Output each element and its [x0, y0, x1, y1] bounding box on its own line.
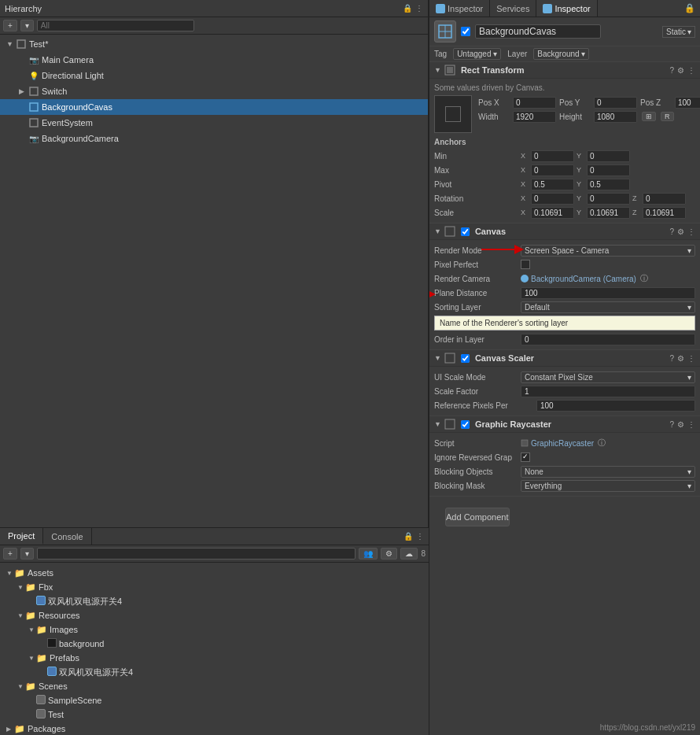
tab-project[interactable]: Project	[0, 528, 43, 545]
blueprint-btn[interactable]: ⊞	[642, 112, 656, 121]
blocking-objects-dropdown[interactable]: None ▾	[521, 466, 695, 478]
graphic-raycaster-header[interactable]: ▼ Graphic Raycaster ? ⚙ ⋮	[429, 416, 700, 433]
pixel-perfect-checkbox[interactable]	[521, 260, 530, 269]
gr-enabled[interactable]	[461, 420, 470, 429]
hierarchy-title: Hierarchy	[5, 4, 42, 13]
rot-y-input[interactable]	[587, 193, 630, 205]
hierarchy-search-input[interactable]	[37, 20, 194, 31]
project-search-input[interactable]	[37, 548, 356, 560]
plane-distance-input[interactable]	[521, 287, 695, 299]
hierarchy-item-test[interactable]: ▼Test*	[0, 36, 428, 52]
project-item-images[interactable]: ▼📁Images	[3, 622, 426, 637]
canvas-overflow-icon[interactable]: ⋮	[687, 227, 695, 236]
settings-icon[interactable]: ⚙	[677, 66, 684, 75]
project-item-fan-switch[interactable]: 双风机双电源开关4	[3, 594, 426, 608]
project-item-fbx[interactable]: ▼📁Fbx	[3, 580, 426, 594]
canvas-header[interactable]: ▼ Canvas ? ⚙ ⋮	[429, 223, 700, 240]
pos-x-input[interactable]	[513, 97, 556, 109]
tag-dropdown[interactable]: Untagged ▾	[453, 48, 501, 60]
tab-inspector2[interactable]: Inspector	[536, 0, 597, 17]
pos-y-input[interactable]	[594, 97, 637, 109]
pivot-x-input[interactable]	[531, 179, 574, 190]
overflow-icon[interactable]: ⋮	[687, 66, 695, 75]
scale-y-input[interactable]	[587, 207, 630, 219]
tree-label-main-camera: Main Camera	[42, 55, 94, 65]
project-item-scenes[interactable]: ▼📁Scenes	[3, 679, 426, 693]
hierarchy-item-background-cavas[interactable]: BackgroundCavas	[0, 99, 428, 115]
inspector-lock-icon[interactable]: 🔒	[680, 3, 700, 13]
ignore-reversed-checkbox[interactable]	[521, 452, 530, 462]
order-in-layer-input[interactable]	[521, 334, 695, 345]
object-name-input[interactable]	[475, 24, 601, 39]
cs-help-icon[interactable]: ?	[669, 354, 674, 363]
project-item-test-scene[interactable]: Test	[3, 707, 426, 722]
camera-info-btn[interactable]: ⓘ	[640, 273, 648, 284]
canvas-scaler-enabled[interactable]	[461, 354, 470, 363]
anchor-max-x-input[interactable]	[531, 164, 574, 176]
canvas-enabled-checkbox[interactable]	[461, 227, 470, 236]
project-item-packages[interactable]: ▶📁Packages	[3, 722, 426, 735]
add-component-button[interactable]: Add Component	[445, 508, 510, 526]
project-cloud-btn[interactable]: ☁	[400, 548, 418, 560]
project-item-assets[interactable]: ▼📁Assets	[3, 566, 426, 580]
hierarchy-item-directional-light[interactable]: 💡Directional Light	[0, 68, 428, 83]
gr-script-info[interactable]: ⓘ	[598, 438, 606, 449]
object-enabled-checkbox[interactable]	[461, 27, 470, 36]
hierarchy-item-background-camera[interactable]: 📷BackgroundCamera	[0, 131, 428, 146]
project-toolbar: + ▾ 👥 ⚙ ☁ 8	[0, 545, 429, 563]
ui-scale-mode-dropdown[interactable]: Constant Pixel Size ▾	[521, 371, 695, 383]
sorting-layer-dropdown[interactable]: Default ▾	[521, 301, 695, 313]
project-collab-btn[interactable]: 👥	[359, 548, 378, 560]
hierarchy-add-button[interactable]: +	[3, 20, 17, 31]
canvas-scaler-header[interactable]: ▼ Canvas Scaler ? ⚙ ⋮	[429, 350, 700, 367]
proj-arrow-scenes: ▼	[17, 683, 25, 690]
project-item-background[interactable]: background	[3, 637, 426, 651]
scale-x-input[interactable]	[531, 207, 574, 219]
pos-z-input[interactable]	[675, 97, 700, 109]
tab-console[interactable]: Console	[43, 528, 91, 545]
project-item-prefabs[interactable]: ▼📁Prefabs	[3, 651, 426, 665]
height-input[interactable]	[594, 111, 637, 123]
project-filter-btn[interactable]: ⚙	[381, 548, 397, 560]
gr-help-icon[interactable]: ?	[669, 420, 674, 429]
gr-overflow-icon[interactable]: ⋮	[687, 420, 695, 429]
canvas-help-icon[interactable]: ?	[669, 227, 674, 236]
project-tab-label: Project	[8, 531, 35, 541]
rot-z-input[interactable]	[643, 193, 686, 205]
hierarchy-item-switch[interactable]: ▶Switch	[0, 83, 428, 99]
cs-settings-icon[interactable]: ⚙	[677, 354, 684, 363]
rot-x-input[interactable]	[531, 193, 574, 205]
r-btn[interactable]: R	[661, 112, 674, 121]
static-dropdown-arrow[interactable]: ▾	[687, 28, 691, 36]
project-add-button[interactable]: +	[3, 548, 17, 560]
services-label: Services	[496, 4, 529, 13]
project-item-sample-scene[interactable]: SampleScene	[3, 693, 426, 707]
proj-icon-resources: 📁	[25, 611, 39, 621]
project-item-resources[interactable]: ▼📁Resources	[3, 608, 426, 622]
project-item-fan-switch2[interactable]: 双风机双电源开关4	[3, 665, 426, 679]
anchor-max-y-input[interactable]	[587, 164, 630, 176]
tree-icon-background-camera: 📷	[28, 133, 39, 144]
tab-services[interactable]: Services	[490, 0, 536, 17]
scale-factor-input[interactable]	[521, 386, 695, 397]
project-dropdown-button[interactable]: ▾	[20, 548, 34, 560]
hierarchy-item-main-camera[interactable]: 📷Main Camera	[0, 52, 428, 68]
scale-z-input[interactable]	[643, 207, 686, 219]
render-mode-dropdown[interactable]: Screen Space - Camera ▾	[521, 245, 695, 257]
hierarchy-dropdown-button[interactable]: ▾	[20, 20, 34, 31]
layer-dropdown[interactable]: Background ▾	[533, 48, 589, 60]
gr-settings-icon[interactable]: ⚙	[677, 420, 684, 429]
width-input[interactable]	[513, 111, 556, 123]
anchor-min-x-input[interactable]	[531, 150, 574, 162]
pivot-y-input[interactable]	[587, 179, 630, 190]
cs-overflow-icon[interactable]: ⋮	[687, 354, 695, 363]
canvas-settings-icon[interactable]: ⚙	[677, 227, 684, 236]
ref-pixels-input[interactable]	[536, 400, 695, 412]
anchor-min-y-input[interactable]	[587, 150, 630, 162]
rect-transform-header[interactable]: ▼ Rect Transform ? ⚙ ⋮	[429, 62, 700, 79]
tab-inspector1[interactable]: Inspector	[429, 0, 490, 17]
static-badge[interactable]: Static ▾	[662, 26, 695, 38]
blocking-mask-dropdown[interactable]: Everything ▾	[521, 480, 695, 492]
hierarchy-item-event-system[interactable]: EventSystem	[0, 115, 428, 131]
help-icon[interactable]: ?	[669, 66, 674, 75]
